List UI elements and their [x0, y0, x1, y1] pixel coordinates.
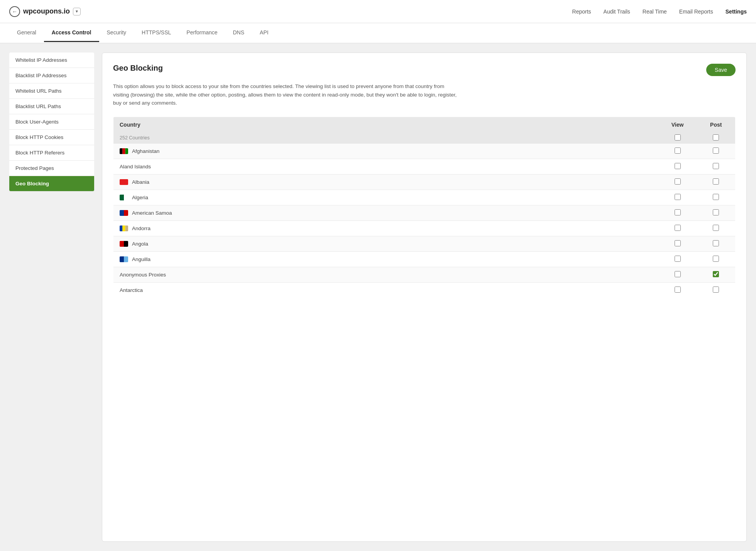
sidebar-item-block-http-cookies[interactable]: Block HTTP Cookies [9, 130, 94, 145]
sidebar-item-block-http-referers[interactable]: Block HTTP Referers [9, 145, 94, 161]
view-checkbox-albania[interactable] [675, 178, 681, 185]
post-checkbox-cell-albania[interactable] [697, 174, 736, 190]
tab-https-ssl[interactable]: HTTPS/SSL [134, 24, 179, 42]
view-checkbox-anonymous-proxies[interactable] [675, 271, 681, 277]
post-checkbox-cell-aland-islands[interactable] [697, 159, 736, 174]
post-checkbox-andorra[interactable] [713, 225, 719, 231]
view-checkbox-american-samoa[interactable] [675, 209, 681, 215]
post-all-checkbox-cell[interactable] [697, 132, 736, 143]
post-checkbox-anonymous-proxies[interactable] [713, 271, 719, 277]
country-cell-afghanistan: Afghanistan [113, 143, 658, 159]
top-nav-links: ReportsAudit TrailsReal TimeEmail Report… [572, 8, 747, 15]
view-checkbox-cell-albania[interactable] [658, 174, 697, 190]
col-view: View [658, 117, 697, 132]
post-checkbox-cell-anonymous-proxies[interactable] [697, 267, 736, 282]
country-cell-angola: Angola [113, 236, 658, 251]
top-nav-link-real-time[interactable]: Real Time [643, 8, 667, 15]
view-checkbox-aland-islands[interactable] [675, 163, 681, 169]
post-checkbox-cell-andorra[interactable] [697, 220, 736, 236]
view-checkbox-cell-antarctica[interactable] [658, 282, 697, 298]
tab-dns[interactable]: DNS [225, 24, 252, 42]
view-checkbox-anguilla[interactable] [675, 256, 681, 262]
tab-api[interactable]: API [252, 24, 276, 42]
post-checkbox-cell-american-samoa[interactable] [697, 205, 736, 220]
post-checkbox-antarctica[interactable] [713, 287, 719, 293]
view-checkbox-antarctica[interactable] [675, 287, 681, 293]
post-checkbox-cell-antarctica[interactable] [697, 282, 736, 298]
tab-general[interactable]: General [9, 24, 44, 42]
tab-performance[interactable]: Performance [179, 24, 225, 42]
svg-rect-9 [122, 225, 125, 231]
back-button[interactable]: ← [9, 6, 20, 17]
view-checkbox-cell-andorra[interactable] [658, 220, 697, 236]
table-row: Anonymous Proxies [113, 267, 736, 282]
country-name-algeria: Algeria [132, 195, 148, 200]
view-all-checkbox-cell[interactable] [658, 132, 697, 143]
sidebar-item-whitelist-url[interactable]: Whitelist URL Paths [9, 83, 94, 99]
sidebar-item-blacklist-ip[interactable]: Blacklist IP Addresses [9, 68, 94, 83]
country-name-antarctica: Antarctica [120, 287, 143, 293]
table-row: Albania [113, 174, 736, 190]
post-checkbox-angola[interactable] [713, 240, 719, 246]
top-nav-link-email-reports[interactable]: Email Reports [679, 8, 713, 15]
content-panel: Geo Blocking Save This option allows you… [102, 53, 747, 542]
country-cell-anguilla: Anguilla [113, 251, 658, 267]
table-row: Angola [113, 236, 736, 251]
view-checkbox-andorra[interactable] [675, 225, 681, 231]
post-checkbox-cell-afghanistan[interactable] [697, 143, 736, 159]
table-row: American Samoa [113, 205, 736, 220]
sidebar-item-block-user-agents[interactable]: Block User-Agents [9, 114, 94, 130]
svg-rect-1 [122, 148, 125, 154]
svg-rect-7 [124, 210, 128, 216]
post-checkbox-afghanistan[interactable] [713, 147, 719, 154]
sidebar-item-whitelist-ip[interactable]: Whitelist IP Addresses [9, 53, 94, 68]
sidebar-item-protected-pages[interactable]: Protected Pages [9, 161, 94, 176]
col-post: Post [697, 117, 736, 132]
main-layout: Whitelist IP AddressesBlacklist IP Addre… [0, 43, 756, 551]
post-checkbox-cell-angola[interactable] [697, 236, 736, 251]
country-cell-anonymous-proxies: Anonymous Proxies [113, 267, 658, 282]
post-checkbox-american-samoa[interactable] [713, 209, 719, 215]
view-checkbox-cell-aland-islands[interactable] [658, 159, 697, 174]
view-checkbox-afghanistan[interactable] [675, 147, 681, 154]
svg-rect-11 [120, 241, 124, 247]
view-checkbox-angola[interactable] [675, 240, 681, 246]
country-table-body: AfghanistanAland IslandsAlbaniaAlgeriaAm… [113, 143, 736, 298]
sidebar-item-geo-blocking[interactable]: Geo Blocking [9, 176, 94, 192]
post-checkbox-cell-anguilla[interactable] [697, 251, 736, 267]
country-cell-american-samoa: American Samoa [113, 205, 658, 220]
view-checkbox-cell-afghanistan[interactable] [658, 143, 697, 159]
panel-title: Geo Blocking [113, 64, 163, 73]
view-checkbox-algeria[interactable] [675, 194, 681, 200]
post-checkbox-anguilla[interactable] [713, 256, 719, 262]
table-row: Algeria [113, 190, 736, 205]
view-checkbox-cell-anonymous-proxies[interactable] [658, 267, 697, 282]
tab-security[interactable]: Security [99, 24, 134, 42]
table-header-row: Country View Post [113, 117, 736, 132]
post-checkbox-algeria[interactable] [713, 194, 719, 200]
view-checkbox-cell-angola[interactable] [658, 236, 697, 251]
view-checkbox-cell-american-samoa[interactable] [658, 205, 697, 220]
post-checkbox-aland-islands[interactable] [713, 163, 719, 169]
top-nav-link-audit-trails[interactable]: Audit Trails [604, 8, 630, 15]
country-cell-aland-islands: Aland Islands [113, 159, 658, 174]
view-checkbox-cell-algeria[interactable] [658, 190, 697, 205]
top-nav-link-reports[interactable]: Reports [572, 8, 591, 15]
post-all-checkbox[interactable] [713, 134, 719, 141]
brand-dropdown[interactable]: ▼ [73, 8, 81, 15]
tab-access-control[interactable]: Access Control [44, 24, 99, 42]
country-cell-algeria: Algeria [113, 190, 658, 205]
secondary-tabs: GeneralAccess ControlSecurityHTTPS/SSLPe… [0, 23, 756, 43]
sidebar-item-blacklist-url[interactable]: Blacklist URL Paths [9, 99, 94, 114]
country-name-afghanistan: Afghanistan [132, 148, 159, 154]
save-button[interactable]: Save [706, 64, 736, 76]
view-checkbox-cell-anguilla[interactable] [658, 251, 697, 267]
svg-rect-4 [120, 195, 124, 200]
top-nav: ← wpcoupons.io ▼ ReportsAudit TrailsReal… [0, 0, 756, 23]
svg-rect-5 [124, 195, 128, 200]
top-nav-link-settings[interactable]: Settings [726, 8, 747, 15]
view-all-checkbox[interactable] [675, 134, 681, 141]
post-checkbox-albania[interactable] [713, 178, 719, 185]
country-cell-andorra: Andorra [113, 220, 658, 236]
post-checkbox-cell-algeria[interactable] [697, 190, 736, 205]
